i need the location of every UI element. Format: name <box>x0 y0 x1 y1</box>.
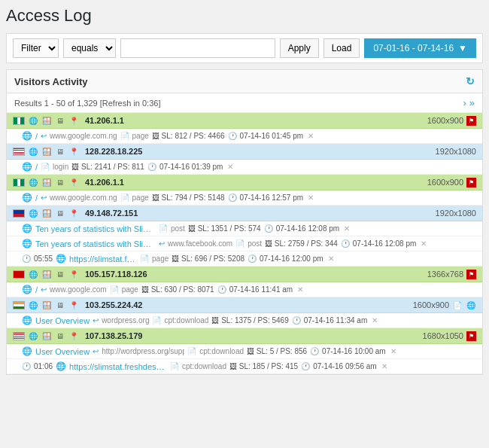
visitor-ip-row[interactable]: 🌐 🪟 🖥 📍 41.206.1.1 1600x900 ⚑ <box>7 113 482 129</box>
globe-icon: 🌐 <box>22 224 32 233</box>
results-text: Results 1 - 50 of 1,329 [Refresh in 0:36… <box>14 99 160 108</box>
visitor-ip-row[interactable]: 🌐 🪟 🖥 📍 49.148.72.151 1920x1080 <box>7 206 482 221</box>
clock-icon: 🕐 <box>301 362 310 370</box>
clock-icon: 🕐 <box>292 316 301 325</box>
close-icon[interactable]: ✕ <box>372 316 378 325</box>
clock-icon: 🕐 <box>217 285 226 294</box>
last-arrow[interactable]: » <box>469 97 475 108</box>
desktop-icon: 🖥 <box>55 269 65 279</box>
close-icon[interactable]: ✕ <box>308 194 314 202</box>
detail-type: cpt:download <box>164 316 208 325</box>
filter-input[interactable] <box>120 38 275 58</box>
page-icon: 📄 <box>187 347 196 355</box>
refresh-icon[interactable]: ↻ <box>466 75 475 87</box>
detail-referer: www.google.com.ng <box>50 194 117 202</box>
detail-url[interactable]: / <box>35 285 38 294</box>
page-icon: 📄 <box>140 254 149 263</box>
detail-time: 07-14-16 09:56 am <box>313 362 377 370</box>
close-icon[interactable]: ✕ <box>227 163 233 171</box>
visitor-detail-row: 🌐 Ten years of statistics with Slimstat … <box>7 236 482 251</box>
detail-time: 07-14-16 12:57 pm <box>240 194 304 202</box>
detail-url[interactable]: https://slimstat.freshdesk.com/support/s… <box>69 362 167 371</box>
clock-icon: 🕐 <box>341 239 350 248</box>
close-icon[interactable]: ✕ <box>390 347 396 355</box>
pin-icon: 📍 <box>68 177 79 187</box>
visitor-ip-row[interactable]: 🌐 🪟 🖥 📍 128.228.18.225 1920x1080 <box>7 144 482 160</box>
filter-bar: Filter equals Apply Load 07-01-16 - 07-1… <box>6 33 483 63</box>
globe-icon: 🌐 <box>56 254 66 264</box>
desktop-icon: 🖥 <box>55 300 65 310</box>
detail-type: cpt:download <box>182 362 226 370</box>
next-arrow[interactable]: › <box>463 97 466 108</box>
flag-icon-ph <box>13 209 25 218</box>
visitor-ip-row[interactable]: 🌐 🪟 🖥 📍 103.255.224.42 1600x900 📄 🌐 <box>7 297 482 313</box>
close-icon[interactable]: ✕ <box>297 285 303 294</box>
red-flag-icon: ⚑ <box>466 331 476 341</box>
filter-select[interactable]: Filter <box>13 38 59 58</box>
load-button[interactable]: Load <box>323 38 360 58</box>
browser-icon: 🌐 <box>28 177 38 187</box>
flag-icon-ng <box>13 178 25 187</box>
page-icon: 📄 <box>159 224 168 233</box>
detail-type: page <box>132 132 149 140</box>
visitor-ip-row[interactable]: 🌐 🪟 🖥 📍 105.157.118.126 1366x768 ⚑ <box>7 267 482 282</box>
desktop-icon: 🖥 <box>55 177 65 187</box>
close-icon[interactable]: ✕ <box>344 224 350 233</box>
panel-title: Visitors Activity <box>14 76 88 87</box>
apply-button[interactable]: Apply <box>280 38 319 58</box>
date-range-button[interactable]: 07-01-16 - 07-14-16 ▼ <box>364 38 476 58</box>
visitor-detail-row: 🕐 05:55 🌐 https://slimstat.freshdesk.com… <box>7 251 482 267</box>
visitor-group: 🌐 🪟 🖥 📍 128.228.18.225 1920x1080 🌐 / 📄 l… <box>7 144 482 175</box>
detail-url[interactable]: / <box>35 163 38 172</box>
close-icon[interactable]: ✕ <box>308 132 314 140</box>
chevron-down-icon: ▼ <box>458 43 467 53</box>
detail-time: 07-14-16 10:00 am <box>322 347 386 355</box>
browser-icon: 🌐 <box>28 331 38 341</box>
nav-arrows: › » <box>463 97 475 108</box>
page-icon: 📄 <box>152 316 161 325</box>
flag-icon-us <box>13 332 25 340</box>
detail-time: 07-14-16 11:41 am <box>229 285 293 294</box>
detail-url[interactable]: User Overview <box>35 316 90 325</box>
globe-icon: 🌐 <box>22 315 32 325</box>
detail-referer: www.google.com <box>50 285 107 294</box>
results-bar: Results 1 - 50 of 1,329 [Refresh in 0:36… <box>7 93 482 113</box>
ip-address: 41.206.1.1 <box>85 178 124 187</box>
duration-icon: 🕐 <box>22 362 31 370</box>
globe-icon: 🌐 <box>22 285 32 294</box>
os-windows-icon: 🪟 <box>41 208 52 218</box>
os-windows-icon: 🪟 <box>41 115 52 126</box>
page-title: Access Log <box>6 6 483 26</box>
flag-icon-ng <box>13 117 25 125</box>
extra-icon-1: 📄 <box>452 300 463 310</box>
visitor-ip-row[interactable]: 🌐 🪟 🖥 📍 107.138.25.179 1680x1050 ⚑ <box>7 328 482 344</box>
close-icon[interactable]: ✕ <box>421 239 427 248</box>
detail-url[interactable]: Ten years of statistics with Slimstat <box>35 224 156 233</box>
visitor-ip-row[interactable]: 🌐 🪟 🖥 📍 41.206.1.1 1600x900 ⚑ <box>7 175 482 190</box>
visitor-detail-row: 🕐 01:06 🌐 https://slimstat.freshdesk.com… <box>7 359 482 374</box>
visitor-detail-row: 🌐 / ↩ www.google.com 📄 page 🖼 SL: 630 / … <box>7 282 482 297</box>
detail-url[interactable]: User Overview <box>35 347 90 356</box>
equals-select[interactable]: equals <box>63 38 116 58</box>
page-icon: 📄 <box>120 132 129 140</box>
pin-icon: 📍 <box>68 115 79 126</box>
detail-url[interactable]: / <box>35 132 38 141</box>
detail-sl-ps: 🖼 SL: 1375 / PS: 5469 <box>211 316 288 325</box>
pin-icon: 📍 <box>68 269 79 279</box>
detail-url[interactable]: / <box>35 194 38 203</box>
date-range-text: 07-01-16 - 07-14-16 <box>373 43 454 53</box>
flag-icon-in <box>13 301 25 309</box>
detail-time: 07-14-16 12:08 pm <box>353 239 417 248</box>
visitor-detail-row: 🌐 Ten years of statistics with Slimstat … <box>7 221 482 236</box>
close-icon[interactable]: ✕ <box>328 254 334 263</box>
detail-type: page <box>152 254 169 263</box>
detail-sl-ps: 🖼 SL: 2141 / PS: 811 <box>71 163 144 171</box>
detail-url[interactable]: Ten years of statistics with Slimstat <box>35 239 156 248</box>
globe-icon: 🌐 <box>22 239 32 248</box>
detail-sl-ps: 🖼 SL: 696 / PS: 5208 <box>172 254 244 263</box>
detail-url[interactable]: https://slimstat.freshdesk.com/support/s… <box>69 254 137 264</box>
globe-icon: 🌐 <box>56 361 66 371</box>
os-windows-icon: 🪟 <box>41 300 52 310</box>
pin-icon: 📍 <box>68 331 79 341</box>
close-icon[interactable]: ✕ <box>381 362 387 370</box>
